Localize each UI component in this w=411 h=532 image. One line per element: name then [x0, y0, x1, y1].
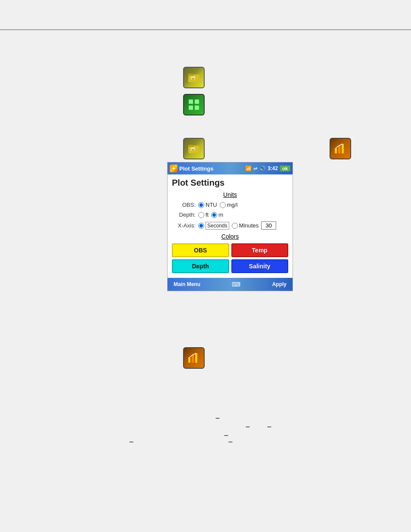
xaxis-minutes-option[interactable]: Minutes: [232, 222, 259, 229]
grid-icon[interactable]: [183, 94, 205, 115]
folder-icon-1[interactable]: [183, 67, 205, 88]
titlebar-icons: 📶 ⇌ 🔊 3:42: [245, 165, 278, 171]
svg-rect-7: [195, 106, 199, 110]
svg-rect-1: [188, 74, 193, 76]
svg-rect-4: [189, 100, 193, 104]
colors-section: Colors OBS Temp Depth Salinity: [172, 233, 288, 273]
minutes-value-input[interactable]: [261, 221, 276, 230]
dialog-heading: Plot Settings: [172, 178, 288, 188]
dash-6: –: [228, 437, 233, 446]
svg-rect-9: [188, 145, 193, 147]
colors-grid: OBS Temp Depth Salinity: [172, 243, 288, 273]
bottom-toolbar: Main Menu ⌨ Apply: [168, 278, 293, 291]
xaxis-seconds-radio[interactable]: [198, 223, 204, 229]
dash-5: –: [129, 437, 134, 446]
xaxis-minutes-radio[interactable]: [232, 223, 238, 229]
svg-rect-5: [195, 100, 199, 104]
top-divider: [0, 29, 411, 30]
apply-button[interactable]: Apply: [270, 280, 289, 288]
folder-icon-2[interactable]: [183, 138, 205, 159]
titlebar-logo: ✦: [170, 165, 177, 172]
title-bar: ✦ Plot Settings 📶 ⇌ 🔊 3:42 ok: [168, 162, 293, 174]
depth-color-button[interactable]: Depth: [172, 259, 229, 273]
dialog-title: Plot Settings: [179, 165, 243, 172]
depth-label: Depth:: [172, 212, 196, 218]
main-menu-button[interactable]: Main Menu: [171, 280, 203, 288]
svg-rect-17: [195, 353, 197, 363]
salinity-color-button[interactable]: Salinity: [231, 259, 289, 273]
temp-color-button[interactable]: Temp: [231, 243, 289, 257]
xaxis-radio-group: Seconds Minutes: [198, 221, 276, 230]
svg-rect-16: [192, 355, 194, 363]
obs-label: OBS:: [172, 202, 196, 208]
svg-rect-13: [338, 146, 340, 153]
obs-mgl-option[interactable]: mg/l: [220, 202, 238, 208]
dash-4: –: [224, 431, 228, 440]
depth-ft-label: ft: [206, 212, 209, 218]
dash-2: –: [246, 422, 250, 431]
plot-settings-dialog: ✦ Plot Settings 📶 ⇌ 🔊 3:42 ok Plot Setti…: [167, 162, 293, 291]
depth-ft-radio[interactable]: [198, 212, 204, 218]
volume-icon: 🔊: [259, 165, 266, 171]
chart-icon-1[interactable]: [330, 138, 351, 159]
xaxis-row: X-Axis: Seconds Minutes: [172, 221, 288, 230]
depth-m-label: m: [218, 212, 223, 218]
obs-mgl-radio[interactable]: [220, 202, 226, 208]
clock-display: 3:42: [268, 165, 278, 171]
svg-rect-3: [192, 78, 194, 79]
depth-radio-group: ft m: [198, 212, 223, 218]
obs-ntu-option[interactable]: NTU: [198, 202, 217, 208]
keyboard-icon[interactable]: ⌨: [232, 281, 240, 288]
svg-rect-14: [342, 144, 344, 153]
obs-row: OBS: NTU mg/l: [172, 202, 288, 208]
svg-rect-15: [188, 358, 190, 363]
obs-mgl-label: mg/l: [227, 202, 238, 208]
dash-area: – – – – – –: [129, 414, 345, 448]
svg-rect-6: [189, 106, 193, 110]
colors-section-label: Colors: [172, 233, 288, 240]
depth-row: Depth: ft m: [172, 212, 288, 218]
dash-1: –: [215, 414, 220, 423]
ok-button[interactable]: ok: [280, 165, 290, 171]
chart-icon-2[interactable]: [183, 347, 205, 369]
wifi-icon: ⇌: [253, 165, 258, 171]
xaxis-label: X-Axis:: [172, 222, 196, 229]
xaxis-seconds-label: Seconds: [206, 222, 229, 230]
signal-icon: 📶: [245, 165, 252, 171]
svg-rect-12: [335, 148, 337, 153]
units-section-label: Units: [172, 191, 288, 198]
depth-ft-option[interactable]: ft: [198, 212, 209, 218]
xaxis-seconds-option[interactable]: Seconds: [198, 222, 229, 230]
svg-rect-11: [192, 149, 194, 150]
obs-color-button[interactable]: OBS: [172, 243, 229, 257]
depth-m-option[interactable]: m: [211, 212, 223, 218]
depth-m-radio[interactable]: [211, 212, 217, 218]
obs-ntu-radio[interactable]: [198, 202, 204, 208]
dash-3: –: [267, 422, 271, 431]
obs-ntu-label: NTU: [206, 202, 217, 208]
obs-radio-group: NTU mg/l: [198, 202, 237, 208]
xaxis-minutes-label: Minutes: [239, 222, 259, 229]
dialog-body: Plot Settings Units OBS: NTU mg/l Depth:: [168, 174, 293, 275]
